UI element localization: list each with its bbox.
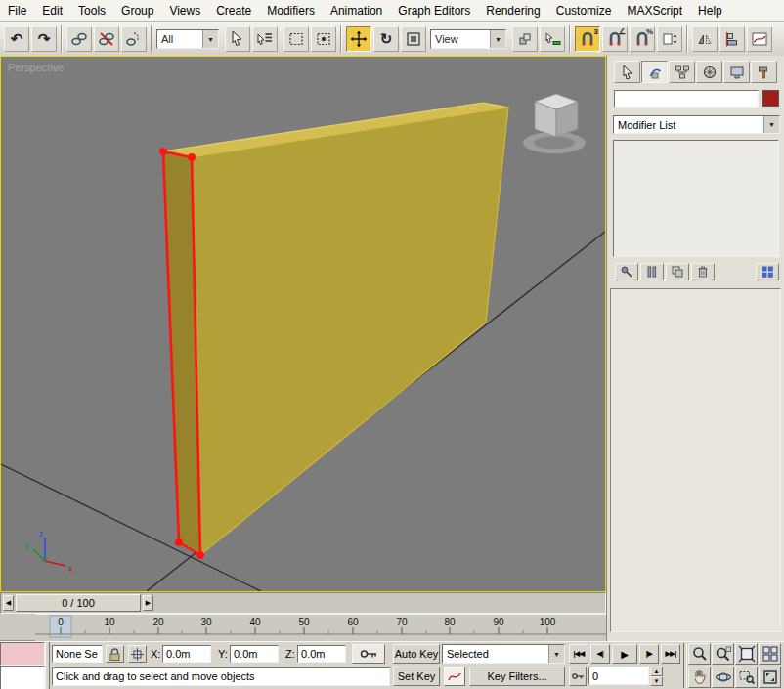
object-name-field[interactable] [614,90,759,108]
use-pivot-point-center-button[interactable] [512,26,538,52]
listener-splitter[interactable] [45,642,50,689]
time-slider-prev-button[interactable]: ◀ [3,595,14,611]
play-button[interactable]: ▶ [612,644,637,664]
menu-edit[interactable]: Edit [34,2,70,20]
viewport-label[interactable]: Perspective [8,62,64,73]
time-slider-track[interactable]: ◀ 0 / 100 ▶ [0,592,606,614]
goto-start-button[interactable]: |◀◀ [569,644,588,664]
orbit-view-button[interactable] [712,667,734,688]
maxscript-mini-listener-white[interactable] [0,666,45,689]
select-object-button[interactable] [225,26,250,52]
configure-modifier-sets-button[interactable] [756,263,779,280]
auto-key-button[interactable]: Auto Key [393,644,440,664]
default-in-out-tangents-button[interactable] [444,667,465,686]
viewport-perspective[interactable]: z y x Perspective [0,56,606,592]
curve-editor-button[interactable] [747,26,772,52]
chevron-down-icon[interactable]: ▼ [548,645,564,663]
track-bar[interactable]: 0 10 20 30 40 50 60 70 80 90 100 [0,614,606,641]
select-and-rotate-button[interactable]: ↻ [373,26,399,52]
zoom-region-button[interactable] [735,667,758,688]
set-keys-button[interactable] [352,644,385,664]
chevron-down-icon[interactable]: ▼ [490,30,505,48]
mirror-icon [696,30,714,48]
menu-rendering[interactable]: Rendering [478,2,547,20]
select-and-move-button[interactable] [346,26,371,52]
menu-help[interactable]: Help [690,2,730,20]
time-slider-handle[interactable]: 0 / 100 [16,594,141,612]
select-by-name-button[interactable] [252,26,278,52]
modifier-stack-list[interactable] [613,140,779,257]
make-unique-button[interactable] [666,263,689,280]
bind-icon [125,30,143,48]
select-and-manipulate-button[interactable] [540,26,565,52]
z-coordinate-field[interactable] [297,645,346,663]
absolute-offset-mode-toggle[interactable] [128,645,147,663]
maximize-viewport-toggle[interactable] [759,667,781,688]
menu-graph-editors[interactable]: Graph Editors [390,2,478,20]
unlink-selection-button[interactable] [94,26,119,52]
menu-views[interactable]: Views [161,2,208,20]
tab-modify[interactable] [641,61,668,83]
spinner-snap-toggle-button[interactable] [657,26,682,52]
set-key-button[interactable]: Set Key [393,667,440,686]
menu-create[interactable]: Create [208,2,259,20]
menu-tools[interactable]: Tools [70,2,113,20]
previous-frame-button[interactable]: ◀| [590,644,610,664]
current-frame-field[interactable] [588,667,649,685]
rectangular-selection-region-button[interactable] [283,26,309,52]
menu-file[interactable]: File [0,2,34,20]
zoom-extents-button[interactable] [735,643,758,665]
chevron-down-icon[interactable]: ▼ [763,116,779,133]
named-selection-set-field[interactable] [52,645,103,663]
frame-spinner-down[interactable]: ▼ [650,676,663,686]
tab-create[interactable] [614,61,640,83]
key-mode-dropdown[interactable]: Selected▼ [442,644,565,664]
tab-motion[interactable] [696,61,722,83]
remove-modifier-button[interactable] [691,263,715,280]
previous-frame-icon: ◀| [597,650,603,658]
snap-toggle-3d-button[interactable]: 3 [575,26,600,52]
key-filters-button[interactable]: Key Filters... [469,667,565,686]
reference-coordinate-system-dropdown[interactable]: View▼ [430,29,506,49]
menu-customize[interactable]: Customize [548,2,620,20]
tab-hierarchy[interactable] [669,61,695,83]
mirror-button[interactable] [692,26,718,52]
selection-lock-toggle[interactable] [106,645,124,663]
window-crossing-toggle-button[interactable] [311,26,336,52]
time-slider-next-button[interactable]: ▶ [143,595,153,611]
viewport-canvas[interactable]: z y x Perspective [1,57,605,591]
next-frame-button[interactable]: |▶ [639,644,659,664]
angle-snap-toggle-button[interactable]: ∠ [602,26,628,52]
undo-icon: ↶ [11,30,23,48]
select-and-scale-button[interactable] [401,26,426,52]
menu-group[interactable]: Group [113,2,161,20]
frame-spinner-up[interactable]: ▲ [650,667,663,676]
menu-modifiers[interactable]: Modifiers [259,2,323,20]
maxscript-mini-listener-pink[interactable] [0,642,45,666]
goto-end-button[interactable]: ▶▶| [661,644,680,664]
track-bar-ruler[interactable]: 0 10 20 30 40 50 60 70 80 90 100 [35,614,606,641]
tab-display[interactable] [723,61,750,83]
undo-button[interactable]: ↶ [4,26,29,52]
modifier-list-dropdown[interactable]: Modifier List▼ [613,115,780,134]
pin-stack-button[interactable] [615,263,638,280]
chevron-down-icon[interactable]: ▼ [202,30,218,48]
align-button[interactable] [719,26,745,52]
menu-maxscript[interactable]: MAXScript [619,2,690,20]
y-coordinate-field[interactable] [230,645,279,663]
selection-filter-dropdown[interactable]: All▼ [156,29,219,49]
menu-animation[interactable]: Animation [323,2,390,20]
bind-to-space-warp-button[interactable] [121,26,147,52]
object-color-swatch[interactable] [762,90,779,107]
redo-button[interactable]: ↷ [31,26,57,52]
show-end-result-button[interactable] [640,263,664,280]
tab-utilities[interactable] [751,61,777,83]
percent-snap-toggle-button[interactable]: % [630,26,655,52]
x-coordinate-field[interactable] [162,645,211,663]
key-mode-toggle-button[interactable] [569,667,587,686]
select-and-link-button[interactable] [66,26,92,52]
zoom-all-button[interactable] [712,643,734,665]
pan-view-button[interactable] [688,667,711,688]
zoom-button[interactable] [688,643,711,665]
zoom-extents-all-button[interactable] [759,643,781,665]
